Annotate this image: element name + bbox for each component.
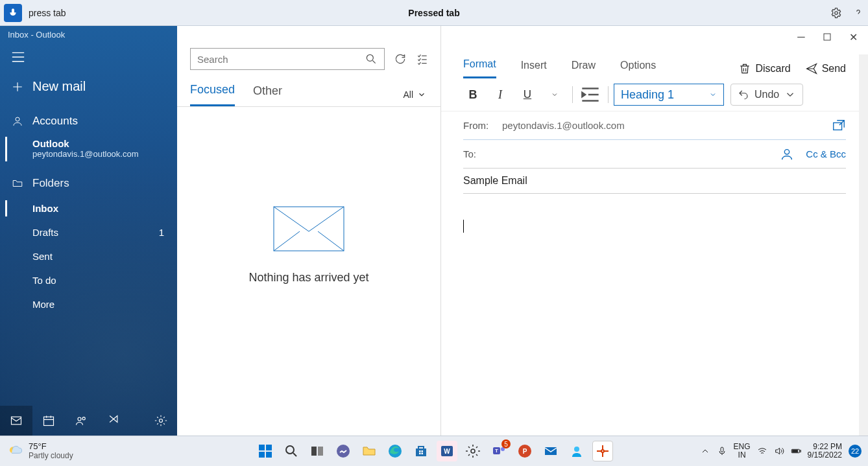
- toolbar-separator: [608, 86, 609, 103]
- message-body[interactable]: [441, 194, 868, 259]
- minimize-button[interactable]: ─: [797, 32, 806, 41]
- nav-calendar-button[interactable]: [32, 406, 65, 436]
- nav-mail-button[interactable]: [0, 406, 32, 436]
- maximize-button[interactable]: [823, 32, 832, 41]
- start-button[interactable]: [255, 441, 276, 461]
- tab-other[interactable]: Other: [253, 84, 282, 106]
- voice-input-text[interactable]: press tab: [29, 8, 66, 18]
- tab-format[interactable]: Format: [463, 58, 496, 78]
- search-input[interactable]: [197, 54, 365, 65]
- undo-button[interactable]: Undo: [730, 84, 803, 106]
- new-mail-button[interactable]: New mail: [0, 73, 177, 108]
- folders-header[interactable]: Folders: [0, 170, 177, 196]
- undo-icon: [738, 89, 749, 100]
- underline-button[interactable]: U: [515, 84, 540, 105]
- people-icon: [75, 414, 88, 427]
- more-font-button[interactable]: [542, 84, 567, 105]
- svg-point-37: [601, 450, 604, 452]
- mic-button[interactable]: [4, 4, 22, 22]
- close-button[interactable]: ✕: [849, 32, 858, 41]
- to-field-row[interactable]: To: Cc & Bcc: [463, 140, 846, 169]
- account-name: Outlook: [32, 138, 165, 149]
- svg-rect-2: [12, 417, 21, 425]
- clock[interactable]: 9:22 PM 9/15/2022: [808, 443, 842, 460]
- svg-rect-25: [419, 453, 421, 455]
- mail-app-button[interactable]: [540, 441, 561, 461]
- tab-options[interactable]: Options: [620, 60, 656, 78]
- search-icon[interactable]: [365, 52, 378, 65]
- nav-people-button[interactable]: [65, 406, 97, 436]
- tab-insert[interactable]: Insert: [521, 60, 547, 78]
- task-view-button[interactable]: [307, 441, 328, 461]
- contact-picker-icon[interactable]: [780, 147, 794, 161]
- mic-tray-icon[interactable]: [717, 446, 727, 456]
- search-box[interactable]: [190, 48, 385, 70]
- from-field-row: From: peytondavis.1@outlook.com: [463, 111, 846, 140]
- send-button[interactable]: Send: [805, 62, 846, 75]
- nav-settings-button[interactable]: [145, 406, 177, 436]
- svg-point-1: [16, 117, 19, 121]
- account-item[interactable]: Outlook peytondavis.1@outlook.com: [0, 134, 177, 170]
- teams-button[interactable]: T5: [488, 441, 509, 461]
- sync-button[interactable]: [394, 52, 407, 65]
- language-indicator[interactable]: ENG IN: [734, 443, 751, 460]
- from-value[interactable]: peytondavis.1@outlook.com: [502, 120, 825, 131]
- chevron-up-icon[interactable]: [700, 446, 710, 456]
- svg-rect-14: [266, 445, 272, 450]
- discard-button[interactable]: Discard: [738, 62, 790, 75]
- chevron-down-icon: [551, 91, 559, 99]
- new-mail-label: New mail: [32, 79, 86, 94]
- nav-todo-button[interactable]: [97, 406, 130, 436]
- tab-draw[interactable]: Draw: [572, 60, 596, 78]
- style-dropdown[interactable]: Heading 1: [614, 84, 724, 106]
- compose-scrollbar[interactable]: [859, 54, 868, 436]
- notification-badge[interactable]: 22: [849, 445, 862, 458]
- cc-bcc-button[interactable]: Cc & Bcc: [806, 148, 846, 159]
- tab-focused[interactable]: Focused: [190, 83, 235, 106]
- filter-dropdown[interactable]: All: [403, 89, 426, 100]
- word-button[interactable]: W: [437, 441, 457, 461]
- hamburger-button[interactable]: [0, 45, 177, 73]
- subject-value: Sample Email: [463, 175, 527, 186]
- accounts-header[interactable]: Accounts: [0, 108, 177, 134]
- folder-todo-label: To do: [32, 275, 56, 286]
- word-icon: W: [439, 443, 455, 459]
- svg-rect-16: [266, 452, 272, 458]
- chat-button[interactable]: [333, 441, 354, 461]
- bold-button[interactable]: B: [461, 84, 485, 105]
- store-button[interactable]: [411, 441, 431, 461]
- folder-sent[interactable]: Sent: [0, 244, 177, 268]
- snip-button[interactable]: [592, 441, 613, 461]
- battery-icon[interactable]: [791, 446, 801, 456]
- powerpoint-button[interactable]: P: [514, 441, 535, 461]
- select-mode-button[interactable]: [416, 52, 429, 65]
- search-icon: [283, 443, 299, 459]
- volume-icon[interactable]: [774, 446, 784, 456]
- taskbar-center: W T5 P: [255, 441, 613, 461]
- trash-icon: [738, 62, 751, 75]
- svg-text:W: W: [444, 448, 450, 455]
- search-button[interactable]: [281, 441, 302, 461]
- weather-widget[interactable]: 75°F Partly cloudy: [6, 442, 73, 460]
- folder-drafts[interactable]: Drafts 1: [0, 220, 177, 244]
- folder-more[interactable]: More: [0, 292, 177, 316]
- italic-button[interactable]: I: [488, 84, 512, 105]
- window-title: Inbox - Outlook: [0, 26, 177, 45]
- edge-button[interactable]: [385, 441, 405, 461]
- wifi-icon[interactable]: [757, 446, 767, 456]
- subject-field[interactable]: Sample Email: [463, 169, 846, 194]
- folder-todo[interactable]: To do: [0, 268, 177, 292]
- explorer-button[interactable]: [359, 441, 380, 461]
- settings-button[interactable]: [463, 441, 483, 461]
- app-window: Inbox - Outlook New mail Accounts Outloo…: [0, 26, 868, 436]
- indent-button[interactable]: [578, 84, 603, 105]
- help-icon[interactable]: [852, 7, 864, 19]
- folder-inbox[interactable]: Inbox: [0, 196, 177, 220]
- open-new-window-icon[interactable]: [832, 119, 846, 133]
- gear-icon[interactable]: [830, 7, 842, 19]
- svg-rect-19: [318, 447, 323, 456]
- send-icon: [805, 62, 818, 75]
- empty-inbox-text: Nothing has arrived yet: [248, 271, 368, 285]
- people-app-button[interactable]: [566, 441, 587, 461]
- checklist-icon: [416, 52, 429, 65]
